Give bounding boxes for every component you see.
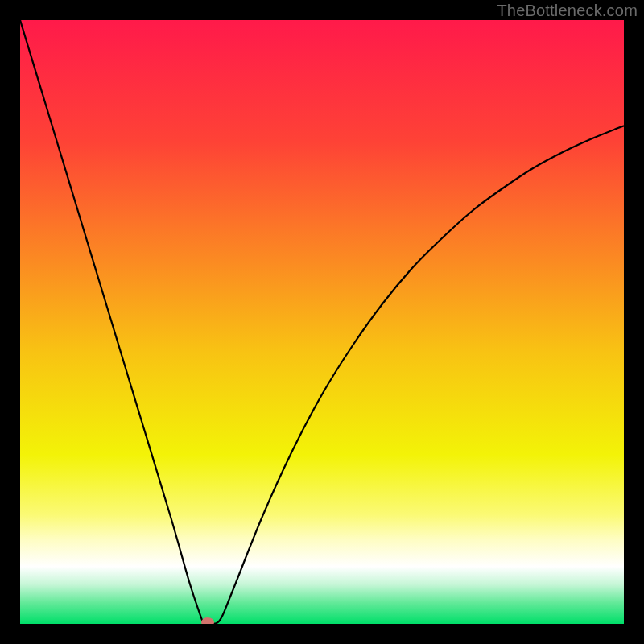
optimal-point-marker <box>201 617 214 624</box>
plot-area <box>20 20 624 624</box>
chart-frame: TheBottleneck.com <box>0 0 644 644</box>
attribution-text: TheBottleneck.com <box>497 2 638 20</box>
bottleneck-plot <box>20 20 624 624</box>
